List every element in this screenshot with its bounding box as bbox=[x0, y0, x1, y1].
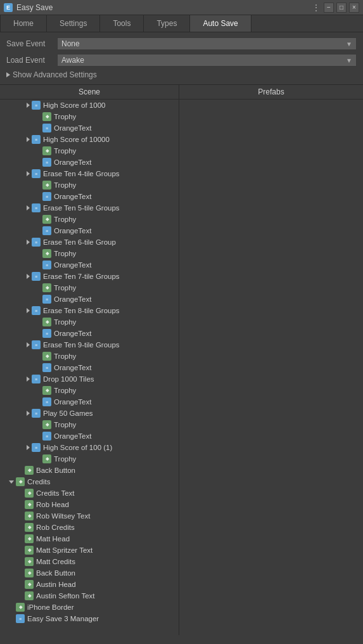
tab-settings[interactable]: Settings bbox=[47, 15, 100, 32]
tree-item[interactable]: ≡Erase Ten 8-tile Groups bbox=[0, 305, 179, 316]
expand-icon[interactable] bbox=[27, 171, 30, 176]
expand-icon[interactable] bbox=[27, 240, 30, 245]
tree-item[interactable]: ◆Trophy bbox=[0, 214, 179, 225]
expand-icon[interactable] bbox=[35, 114, 41, 119]
tree-item[interactable]: ◆Austin Sefton Text bbox=[0, 590, 179, 602]
tab-types[interactable]: Types bbox=[144, 15, 190, 32]
tree-item[interactable]: ≡Play 50 Games bbox=[0, 408, 179, 419]
menu-dots[interactable]: ⋮ bbox=[312, 3, 321, 13]
tree-item[interactable]: ◆Trophy bbox=[0, 282, 179, 293]
tree-item[interactable]: ◆Austin Head bbox=[0, 579, 179, 590]
expand-icon[interactable] bbox=[35, 365, 41, 370]
tree-item[interactable]: ≡OrangeText bbox=[0, 328, 179, 339]
tree-item[interactable]: ≡OrangeText bbox=[0, 430, 179, 442]
advanced-toggle[interactable]: Show Advanced Settings bbox=[6, 70, 357, 79]
expand-icon[interactable] bbox=[18, 593, 23, 598]
expand-icon[interactable] bbox=[35, 422, 41, 427]
tree-item[interactable]: ≡OrangeText bbox=[0, 259, 179, 271]
tree-item[interactable]: ≡OrangeText bbox=[0, 122, 179, 134]
tree-item[interactable]: ◆Rob Credits bbox=[0, 522, 179, 533]
tree-item[interactable]: ◆Matt Head bbox=[0, 533, 179, 544]
tree-item[interactable]: ≡OrangeText bbox=[0, 225, 179, 236]
expand-icon[interactable] bbox=[27, 342, 30, 347]
tree-item[interactable]: ◆Trophy bbox=[0, 316, 179, 328]
expand-icon[interactable] bbox=[27, 411, 30, 416]
tree-item[interactable]: ◆Credits Text bbox=[0, 487, 179, 499]
tree-item[interactable]: ≡Erase Ten 4-tile Groups bbox=[0, 168, 179, 179]
save-event-dropdown[interactable]: None ▼ bbox=[57, 37, 357, 50]
tree-item[interactable]: ≡OrangeText bbox=[0, 396, 179, 408]
expand-icon[interactable] bbox=[9, 480, 14, 484]
tree-item[interactable]: ≡OrangeText bbox=[0, 362, 179, 373]
close-button[interactable]: × bbox=[349, 3, 359, 13]
tree-item[interactable]: ≡Erase Ten 6-tile Group bbox=[0, 236, 179, 248]
tab-autosave[interactable]: Auto Save bbox=[190, 15, 251, 32]
tree-item[interactable]: ◆Trophy bbox=[0, 351, 179, 362]
tree-item[interactable]: ◆Rob Wiltsey Text bbox=[0, 510, 179, 522]
tree-item[interactable]: ≡Erase Ten 7-tile Groups bbox=[0, 271, 179, 282]
tree-item[interactable]: ≡Erase Ten 9-tile Groups bbox=[0, 339, 179, 351]
tree-item[interactable]: ◆Rob Head bbox=[0, 499, 179, 510]
expand-icon[interactable] bbox=[18, 548, 23, 553]
expand-icon[interactable] bbox=[18, 525, 23, 530]
expand-icon[interactable] bbox=[18, 559, 23, 564]
expand-icon[interactable] bbox=[27, 274, 30, 279]
tree-item[interactable]: ◆Matt Spritzer Text bbox=[0, 544, 179, 556]
expand-icon[interactable] bbox=[18, 570, 23, 576]
expand-icon[interactable] bbox=[9, 616, 14, 621]
expand-icon[interactable] bbox=[35, 148, 41, 153]
tree-item[interactable]: ◆Trophy bbox=[0, 111, 179, 122]
maximize-button[interactable]: □ bbox=[336, 3, 347, 13]
expand-icon[interactable] bbox=[27, 377, 30, 382]
expand-icon[interactable] bbox=[35, 262, 41, 267]
tree-item[interactable]: ≡OrangeText bbox=[0, 191, 179, 202]
tree-item[interactable]: ≡Drop 1000 Tiles bbox=[0, 373, 179, 385]
tree-item[interactable]: ◆iPhone Border bbox=[0, 602, 179, 613]
expand-icon[interactable] bbox=[35, 183, 41, 188]
expand-icon[interactable] bbox=[18, 513, 23, 518]
expand-icon[interactable] bbox=[35, 217, 41, 222]
tab-tools[interactable]: Tools bbox=[100, 15, 144, 32]
expand-icon[interactable] bbox=[35, 285, 41, 290]
tree-item[interactable]: ≡Erase Ten 5-tile Groups bbox=[0, 202, 179, 214]
expand-icon[interactable] bbox=[35, 160, 41, 165]
tree-item[interactable]: ≡OrangeText bbox=[0, 157, 179, 168]
expand-icon[interactable] bbox=[35, 126, 41, 131]
tree-item[interactable]: ≡OrangeText bbox=[0, 293, 179, 305]
expand-icon[interactable] bbox=[18, 536, 23, 541]
tree-item[interactable]: ≡High Score of 10000 bbox=[0, 134, 179, 145]
scene-tree[interactable]: ≡High Score of 1000◆Trophy≡OrangeText≡Hi… bbox=[0, 100, 179, 635]
expand-icon[interactable] bbox=[18, 582, 23, 587]
expand-icon[interactable] bbox=[35, 434, 41, 439]
expand-icon[interactable] bbox=[35, 194, 41, 199]
expand-icon[interactable] bbox=[18, 491, 23, 496]
expand-icon[interactable] bbox=[35, 319, 41, 325]
expand-icon[interactable] bbox=[35, 388, 41, 393]
expand-icon[interactable] bbox=[35, 331, 41, 336]
tree-item[interactable]: ◆Back Button bbox=[0, 465, 179, 476]
expand-icon[interactable] bbox=[27, 205, 30, 210]
expand-icon[interactable] bbox=[27, 308, 30, 313]
tree-item[interactable]: ◆Matt Credits bbox=[0, 556, 179, 567]
tree-item[interactable]: ◆Trophy bbox=[0, 248, 179, 259]
expand-icon[interactable] bbox=[27, 445, 30, 450]
tree-item[interactable]: ◆Trophy bbox=[0, 145, 179, 157]
expand-icon[interactable] bbox=[18, 468, 23, 473]
tree-item[interactable]: ◆Trophy bbox=[0, 385, 179, 396]
tree-item[interactable]: ◆Trophy bbox=[0, 179, 179, 191]
expand-icon[interactable] bbox=[27, 103, 30, 108]
expand-icon[interactable] bbox=[9, 605, 14, 610]
tab-home[interactable]: Home bbox=[0, 15, 47, 32]
tree-item[interactable]: ≡Easy Save 3 Manager bbox=[0, 613, 179, 624]
expand-icon[interactable] bbox=[35, 228, 41, 233]
tree-item[interactable]: ≡High Score of 100 (1) bbox=[0, 442, 179, 453]
expand-icon[interactable] bbox=[35, 297, 41, 302]
expand-icon[interactable] bbox=[18, 502, 23, 507]
tree-item[interactable]: ◆Credits bbox=[0, 476, 179, 487]
tree-item[interactable]: ◆Trophy bbox=[0, 453, 179, 465]
tree-item[interactable]: ◆Trophy bbox=[0, 419, 179, 430]
tree-item[interactable]: ◆Back Button bbox=[0, 567, 179, 579]
expand-icon[interactable] bbox=[35, 354, 41, 359]
expand-icon[interactable] bbox=[27, 137, 30, 142]
tree-item[interactable]: ≡High Score of 1000 bbox=[0, 100, 179, 111]
